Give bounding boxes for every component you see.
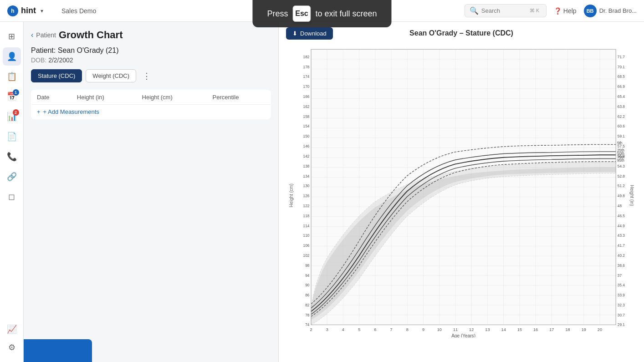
svg-text:8: 8 (406, 327, 409, 332)
analytics-icon: 📈 (7, 324, 17, 334)
esc-overlay: Press Esc to exit full screen (252, 0, 391, 27)
app-logo[interactable]: h hint ▾ (7, 5, 43, 16)
svg-text:Height (cm): Height (cm) (289, 184, 294, 207)
left-panel: ‹ Patient Growth Chart Patient: Sean O'G… (24, 22, 279, 362)
sidebar-item-charts[interactable]: 📋 (3, 67, 21, 86)
documents-icon: 📄 (7, 132, 17, 142)
patient-info: Patient: Sean O'Grady (21) DOB: 2/2/2002 (31, 46, 271, 64)
col-date: Date (31, 90, 72, 105)
sidebar-item-patients[interactable]: 👤 (3, 47, 21, 66)
svg-text:Height (in): Height (in) (629, 185, 634, 206)
blue-bottom-button[interactable] (24, 339, 92, 362)
svg-text:174: 174 (303, 75, 310, 79)
svg-text:70.1: 70.1 (618, 65, 625, 69)
svg-text:41.7: 41.7 (618, 244, 625, 248)
chart-container: Height (cm) Height (in) (286, 41, 637, 339)
svg-text:134: 134 (303, 174, 310, 178)
sidebar-item-reports[interactable]: 📊 2 (3, 107, 21, 126)
sidebar-item-calls[interactable]: 📞 (3, 148, 21, 166)
search-bar[interactable]: 🔍 ⌘ K (465, 4, 547, 17)
svg-text:65.4: 65.4 (618, 95, 625, 99)
svg-text:14: 14 (501, 327, 506, 332)
svg-text:17: 17 (549, 327, 554, 332)
page-title: Growth Chart (59, 29, 123, 41)
col-percentile: Percentile (207, 90, 271, 105)
svg-text:49.8: 49.8 (618, 194, 625, 198)
svg-text:2: 2 (310, 327, 312, 332)
tab-more-button[interactable]: ⋮ (140, 70, 153, 82)
chart-title: Sean O'Grady – Stature (CDC) (286, 29, 637, 37)
avatar: BB (584, 5, 597, 17)
col-height-in: Height (in) (72, 90, 137, 105)
svg-text:16: 16 (533, 327, 538, 332)
svg-text:122: 122 (303, 204, 310, 208)
svg-text:138: 138 (303, 164, 310, 168)
svg-text:37: 37 (618, 274, 622, 278)
sidebar-item-settings[interactable]: ⚙ (3, 338, 21, 357)
svg-text:102: 102 (303, 254, 310, 258)
sidebar-item-forms[interactable]: ◻ (3, 188, 21, 206)
sidebar-item-dashboard[interactable]: ⊞ (3, 27, 21, 46)
svg-text:46.5: 46.5 (618, 214, 625, 218)
svg-text:98: 98 (305, 264, 310, 268)
svg-text:6: 6 (374, 327, 376, 332)
svg-text:19: 19 (582, 327, 586, 332)
sidebar-item-analytics[interactable]: 📈 (3, 320, 21, 338)
svg-text:154: 154 (303, 124, 310, 128)
svg-text:178: 178 (303, 65, 310, 69)
svg-text:126: 126 (303, 194, 310, 198)
svg-text:54.3: 54.3 (618, 164, 625, 168)
chevron-down-icon: ▾ (41, 8, 43, 14)
svg-text:60.6: 60.6 (618, 124, 625, 128)
svg-text:86: 86 (305, 293, 310, 297)
app-name: hint (21, 6, 36, 15)
right-panel: ⬇ Download Sean O'Grady – Stature (CDC) … (279, 22, 644, 362)
schedule-badge: 1 (13, 89, 19, 96)
settings-icon: ⚙ (8, 342, 15, 352)
svg-text:75th: 75th (617, 155, 624, 159)
charts-icon: 📋 (7, 71, 17, 82)
demo-label: Sales Demo (61, 7, 96, 15)
svg-text:13: 13 (485, 327, 490, 332)
svg-text:7: 7 (390, 327, 393, 332)
download-icon: ⬇ (292, 30, 297, 37)
sidebar-item-documents[interactable]: 📄 (3, 127, 21, 146)
help-button[interactable]: ❓ Help (554, 7, 577, 15)
svg-text:10: 10 (437, 327, 442, 332)
svg-text:59.1: 59.1 (618, 134, 625, 138)
user-menu[interactable]: BB Dr. Brad Bro... (584, 5, 637, 17)
press-label: Press (267, 9, 288, 19)
svg-text:20: 20 (598, 327, 602, 332)
svg-text:5: 5 (358, 327, 360, 332)
plus-icon: + (37, 108, 41, 115)
search-input[interactable] (481, 7, 527, 14)
svg-text:51.2: 51.2 (618, 184, 625, 188)
svg-text:170: 170 (303, 85, 310, 89)
dob-value: 2/2/2002 (48, 56, 73, 64)
search-icon: 🔍 (470, 6, 479, 15)
sidebar-item-links[interactable]: 🔗 (3, 168, 21, 186)
svg-text:71.7: 71.7 (618, 55, 625, 59)
back-button[interactable]: ‹ (31, 31, 33, 39)
download-button[interactable]: ⬇ Download (286, 27, 333, 40)
svg-text:68.5: 68.5 (618, 75, 625, 79)
tab-weight-cdc[interactable]: Weight (CDC) (86, 69, 136, 82)
growth-chart-svg: Height (cm) Height (in) (286, 41, 637, 337)
svg-text:12: 12 (469, 327, 474, 332)
svg-text:74: 74 (305, 323, 310, 327)
sidebar-item-schedule[interactable]: 📅 1 (3, 87, 21, 106)
add-measurements-button[interactable]: + + Add Measurements (31, 105, 271, 119)
svg-text:146: 146 (303, 144, 310, 148)
download-label: Download (300, 30, 327, 37)
svg-text:150: 150 (303, 134, 310, 138)
svg-text:66.9: 66.9 (618, 85, 625, 89)
svg-text:166: 166 (303, 95, 310, 99)
svg-text:18: 18 (565, 327, 570, 332)
svg-text:5th: 5th (617, 141, 623, 145)
tab-stature-cdc[interactable]: Stature (CDC) (31, 69, 82, 82)
svg-text:130: 130 (303, 184, 310, 188)
svg-text:15: 15 (517, 327, 522, 332)
search-shortcut: ⌘ K (530, 8, 539, 14)
user-name: Dr. Brad Bro... (599, 7, 637, 14)
svg-text:62.2: 62.2 (618, 115, 625, 119)
